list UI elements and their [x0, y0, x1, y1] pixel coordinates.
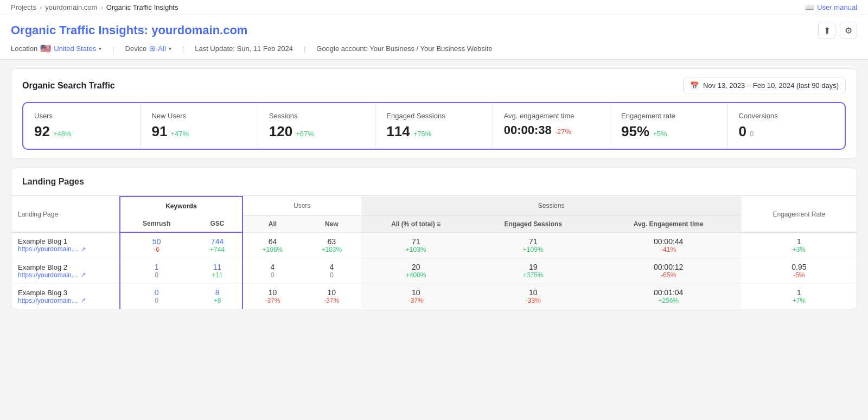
- sessions-all-cell: 71 +103%: [361, 232, 471, 258]
- sessions-all-cell: 10 -37%: [361, 284, 471, 309]
- metric-sessions: Sessions 120 +67%: [258, 103, 375, 149]
- sessions-engaged-cell: 71 +109%: [471, 232, 596, 258]
- device-label: Device: [125, 44, 147, 53]
- metric-avg-engagement-label: Avg. engagement time: [504, 112, 599, 120]
- landing-page-cell: Example Blog 1 https://yourdomain.... ↗: [11, 232, 120, 258]
- landing-page-name: Example Blog 3: [18, 289, 113, 297]
- landing-page-url[interactable]: https://yourdomain.... ↗: [18, 271, 113, 279]
- date-range-button[interactable]: 📅 Nov 13, 2023 – Feb 10, 2024 (last 90 d…: [683, 78, 846, 93]
- eng-rate-cell: 0.95 -5%: [742, 258, 857, 284]
- google-account: Google account: Your Business / Your Bus…: [316, 44, 492, 53]
- landing-page-url[interactable]: https://yourdomain.... ↗: [18, 245, 113, 253]
- metric-users-value: 92 +48%: [34, 123, 129, 140]
- th-users-all: All: [242, 215, 302, 232]
- metric-engaged-sessions-label: Engaged Sessions: [386, 112, 481, 120]
- metric-engagement-rate-label: Engagement rate: [621, 112, 716, 120]
- export-button[interactable]: ⬆: [818, 22, 835, 39]
- th-gsc: GSC: [193, 215, 242, 232]
- metric-conversions: Conversions 0 0: [728, 103, 845, 149]
- table-row: Example Blog 3 https://yourdomain.... ↗ …: [11, 284, 857, 309]
- metric-engagement-rate: Engagement rate 95% +5%: [610, 103, 727, 149]
- gsc-cell: 8 +8: [193, 284, 242, 309]
- landing-pages-title: Landing Pages: [11, 168, 857, 196]
- th-users-new: New: [302, 215, 361, 232]
- breadcrumb-sep1: ›: [40, 3, 42, 11]
- th-landing-page: Landing Page: [11, 196, 120, 232]
- breadcrumb-current: Organic Traffic Insights: [106, 3, 178, 11]
- device-icon: ⊞: [149, 44, 155, 53]
- th-keywords: Keywords: [120, 196, 242, 215]
- gsc-cell: 11 +11: [193, 258, 242, 284]
- breadcrumb-projects[interactable]: Projects: [11, 3, 36, 11]
- landing-page-cell: Example Blog 2 https://yourdomain.... ↗: [11, 258, 120, 284]
- landing-pages-table: Landing Page Keywords Users Sessions Eng…: [11, 196, 857, 309]
- metric-engaged-sessions: Engaged Sessions 114 +75%: [375, 103, 493, 149]
- organic-search-section: Organic Search Traffic 📅 Nov 13, 2023 – …: [11, 68, 857, 159]
- organic-section-title: Organic Search Traffic: [22, 81, 115, 91]
- sessions-avg-cell: 00:00:12 -65%: [596, 258, 742, 284]
- metric-conversions-label: Conversions: [739, 112, 834, 120]
- location-filter[interactable]: Location 🇺🇸 United States ▾: [11, 43, 101, 54]
- landing-page-name: Example Blog 1: [18, 237, 113, 245]
- metric-users: Users 92 +48%: [23, 103, 141, 149]
- sessions-avg-cell: 00:00:44 -41%: [596, 232, 742, 258]
- settings-button[interactable]: ⚙: [840, 22, 857, 39]
- metric-engagement-rate-value: 95% +5%: [621, 123, 716, 140]
- sessions-all-cell: 20 +400%: [361, 258, 471, 284]
- metric-sessions-value: 120 +67%: [269, 123, 364, 140]
- metric-new-users-value: 91 +47%: [151, 123, 246, 140]
- metric-sessions-label: Sessions: [269, 112, 364, 120]
- semrush-cell: 0 0: [120, 284, 193, 309]
- landing-pages-tbody: Example Blog 1 https://yourdomain.... ↗ …: [11, 232, 857, 309]
- metric-users-label: Users: [34, 112, 129, 120]
- metric-avg-engagement-value: 00:00:38 -27%: [504, 123, 599, 137]
- calendar-icon: 📅: [690, 81, 699, 90]
- users-new-cell: 10 -37%: [302, 284, 361, 309]
- table-header-group: Landing Page Keywords Users Sessions Eng…: [11, 196, 857, 215]
- filter-row: Location 🇺🇸 United States ▾ | Device ⊞ A…: [11, 43, 857, 54]
- user-manual-link[interactable]: 📖 User manual: [805, 3, 857, 11]
- flag-icon: 🇺🇸: [40, 43, 51, 54]
- sessions-engaged-cell: 19 +375%: [471, 258, 596, 284]
- table-row: Example Blog 1 https://yourdomain.... ↗ …: [11, 232, 857, 258]
- metric-new-users-label: New Users: [151, 112, 246, 120]
- device-chevron-icon: ▾: [169, 46, 171, 52]
- users-all-cell: 64 +106%: [242, 232, 302, 258]
- location-label: Location: [11, 44, 37, 53]
- external-link-icon: ↗: [81, 246, 86, 253]
- date-range-text: Nov 13, 2023 – Feb 10, 2024 (last 90 day…: [703, 81, 839, 90]
- th-sessions: Sessions: [361, 196, 742, 215]
- table-row: Example Blog 2 https://yourdomain.... ↗ …: [11, 258, 857, 284]
- metric-conversions-value: 0 0: [739, 123, 834, 140]
- table-sub-header: Semrush GSC All New All (% of total) ≡ E…: [11, 215, 857, 232]
- breadcrumb-domain[interactable]: yourdomain.com: [45, 3, 97, 11]
- th-users: Users: [242, 196, 361, 215]
- users-all-cell: 4 0: [242, 258, 302, 284]
- metric-new-users: New Users 91 +47%: [141, 103, 258, 149]
- breadcrumb-sep2: ›: [100, 3, 103, 11]
- location-value[interactable]: United States: [54, 44, 96, 53]
- eng-rate-cell: 1 +7%: [742, 284, 857, 309]
- landing-page-url[interactable]: https://yourdomain.... ↗: [18, 297, 113, 304]
- users-all-cell: 10 -37%: [242, 284, 302, 309]
- semrush-cell: 1 0: [120, 258, 193, 284]
- th-sessions-engaged: Engaged Sessions: [471, 215, 596, 232]
- page-title: Organic Traffic Insights: yourdomain.com: [11, 23, 247, 37]
- users-new-cell: 63 +103%: [302, 232, 361, 258]
- th-semrush: Semrush: [120, 215, 193, 232]
- title-actions: ⬆ ⚙: [818, 22, 857, 39]
- landing-pages-section: Landing Pages Landing Page Keywords User…: [11, 168, 857, 309]
- location-chevron-icon: ▾: [99, 46, 101, 52]
- main-content: Organic Search Traffic 📅 Nov 13, 2023 – …: [0, 60, 868, 318]
- sessions-avg-cell: 00:01:04 +256%: [596, 284, 742, 309]
- metric-engaged-sessions-value: 114 +75%: [386, 123, 481, 140]
- metrics-row: Users 92 +48% New Users 91 +47% Sessions…: [22, 102, 846, 150]
- device-filter[interactable]: Device ⊞ All ▾: [125, 44, 171, 53]
- sessions-engaged-cell: 10 -33%: [471, 284, 596, 309]
- semrush-cell: 50 -6: [120, 232, 193, 258]
- eng-rate-cell: 1 +3%: [742, 232, 857, 258]
- last-update: Last Update: Sun, 11 Feb 2024: [195, 44, 293, 53]
- device-value[interactable]: All: [158, 44, 165, 53]
- gsc-cell: 744 +744: [193, 232, 242, 258]
- th-sessions-all: All (% of total) ≡: [361, 215, 471, 232]
